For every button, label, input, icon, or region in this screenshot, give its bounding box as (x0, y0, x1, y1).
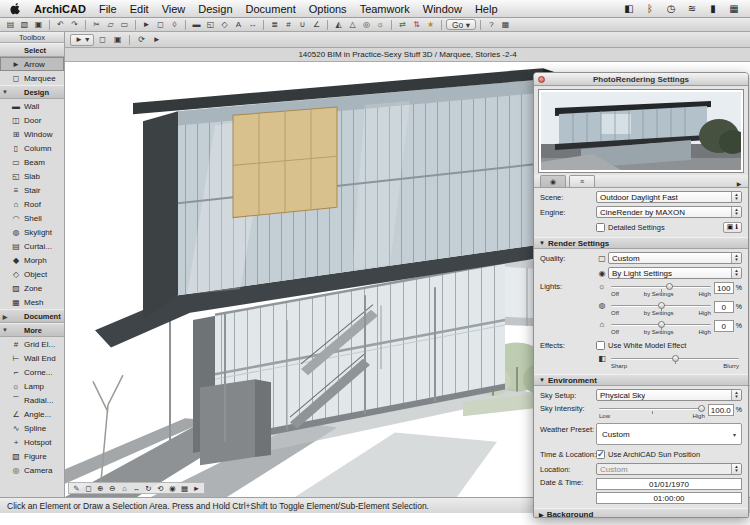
redo-icon[interactable]: ↷ (68, 19, 81, 31)
go-button[interactable]: Go ▾ (446, 19, 476, 30)
menu-item[interactable]: File (99, 3, 117, 15)
arrow-tool-icon[interactable]: ► (140, 19, 153, 31)
separator[interactable] (263, 20, 264, 30)
location-popup[interactable]: Custom (596, 463, 742, 475)
separator[interactable] (327, 20, 328, 30)
tool-lamp[interactable]: ☼ Lamp (0, 379, 64, 393)
wall-tool-icon[interactable]: ▬ (190, 19, 203, 31)
grid-snap-icon[interactable]: # (282, 19, 295, 31)
3d-view-icon[interactable]: ◭ (332, 19, 345, 31)
new-project-icon[interactable]: ▤ (4, 19, 17, 31)
engine-popup[interactable]: CineRender by MAXON (596, 206, 742, 218)
separator[interactable] (391, 20, 392, 30)
time-field[interactable]: 01:00:00 (596, 492, 742, 504)
tool-hotspot[interactable]: + Hotspot (0, 435, 64, 449)
explore-icon[interactable]: ⟲ (155, 484, 166, 493)
menu-item[interactable]: Document (246, 3, 296, 15)
separator[interactable] (135, 20, 136, 30)
light-intensity-slider[interactable] (611, 320, 711, 329)
bluetooth-menu-icon[interactable]: ᛒ (644, 3, 656, 14)
sky-intensity-field[interactable]: 100.0 (708, 404, 734, 416)
tab-overflow-button[interactable]: ▶ (733, 180, 745, 187)
layout-grid-icon[interactable]: ▦ (179, 484, 190, 493)
marquee-tool-icon[interactable]: ◻ (154, 19, 167, 31)
tool-object[interactable]: ◇ Object (0, 267, 64, 281)
slider-thumb[interactable] (658, 302, 665, 309)
zoom-in-icon[interactable]: ⊕ (95, 484, 106, 493)
undo-icon[interactable]: ↶ (54, 19, 67, 31)
menu-item[interactable]: Help (475, 3, 498, 15)
slider-thumb[interactable] (672, 355, 679, 362)
menu-item[interactable]: Teamwork (360, 3, 410, 15)
menu-item[interactable]: Options (309, 3, 347, 15)
tool-window[interactable]: ⊞ Window (0, 127, 64, 141)
menu-item[interactable]: Window (423, 3, 462, 15)
favorites-icon[interactable]: ★ (424, 19, 437, 31)
tool-wall-end[interactable]: ⊢ Wall End (0, 351, 64, 365)
tool-curtain-wall[interactable]: ▤ Curtai... (0, 239, 64, 253)
tool-roof[interactable]: ⌂ Roof (0, 197, 64, 211)
separator[interactable] (185, 20, 186, 30)
slider-thumb[interactable] (658, 321, 665, 328)
separator[interactable] (480, 20, 481, 30)
zoom-box-icon[interactable]: ◻ (83, 484, 94, 493)
paste-icon[interactable]: ▭ (118, 19, 131, 31)
tool-column[interactable]: ▯ Column (0, 141, 64, 155)
marquee-thick-icon[interactable]: ▣ (111, 34, 124, 46)
gravity-icon[interactable]: ∪ (296, 19, 309, 31)
light-value-field[interactable]: 100 (714, 282, 734, 294)
tool-slab[interactable]: ◱ Slab (0, 169, 64, 183)
fit-in-window-icon[interactable]: ⌂ (119, 484, 130, 493)
quality-popup[interactable]: Custom (608, 252, 742, 264)
time-machine-menu-icon[interactable]: ◷ (665, 3, 677, 14)
slider-thumb[interactable] (666, 283, 673, 290)
toolbox-group-design[interactable]: ▼ Design (0, 85, 64, 99)
tool-wall[interactable]: ▬ Wall (0, 99, 64, 113)
tool-marquee[interactable]: ◻ Marquee (0, 71, 64, 85)
look-to-icon[interactable]: ◉ (167, 484, 178, 493)
layers-icon[interactable]: ≣ (268, 19, 281, 31)
photorendering-preview-tab[interactable]: ◉ (540, 175, 566, 187)
open-project-icon[interactable]: ▧ (18, 19, 31, 31)
render-settings-section-header[interactable]: ▼ Render Settings (534, 237, 748, 249)
toolbox-section-select[interactable]: Select (0, 43, 64, 57)
tool-spline[interactable]: ∿ Spline (0, 421, 64, 435)
text-tool-icon[interactable]: A (232, 19, 245, 31)
photorendering-settings-tab[interactable]: ≡ (569, 175, 595, 187)
tool-beam[interactable]: ▭ Beam (0, 155, 64, 169)
teamwork-receive-icon[interactable]: ⇅ (410, 19, 423, 31)
section-icon[interactable]: △ (346, 19, 359, 31)
sun-position-checkbox[interactable] (596, 450, 605, 459)
environment-section-header[interactable]: ▼ Environment (534, 374, 748, 386)
light-value-field[interactable]: 0 (714, 320, 734, 332)
orbit-icon[interactable]: ↻ (143, 484, 154, 493)
separator[interactable] (49, 20, 50, 30)
tool-door[interactable]: ◫ Door (0, 113, 64, 127)
menu-item[interactable]: Design (198, 3, 232, 15)
tool-angle-dimension[interactable]: ∠ Angle... (0, 407, 64, 421)
light-mode-popup[interactable]: By Light Settings (608, 267, 742, 279)
light-intensity-slider[interactable] (611, 282, 711, 291)
menu-archicad[interactable]: ArchiCAD (34, 3, 86, 15)
shadow-sharpness-slider[interactable] (611, 354, 739, 363)
toolbox-group-document[interactable]: ▶ Document (0, 309, 64, 323)
save-icon[interactable]: ▣ (32, 19, 45, 31)
organizer-icon[interactable]: ▦ (499, 19, 512, 31)
weather-preset-popup[interactable]: Custom ▾ (596, 423, 742, 445)
zoom-out-icon[interactable]: ⊖ (107, 484, 118, 493)
pick-up-parameters-icon[interactable]: ◊ (168, 19, 181, 31)
toolbox-group-more[interactable]: ▼ More (0, 323, 64, 337)
white-model-checkbox[interactable] (596, 341, 605, 350)
arrow-cursor-icon[interactable]: ► (150, 34, 163, 46)
tool-camera[interactable]: ◎ Camera (0, 463, 64, 477)
tool-corner-window[interactable]: ⌐ Corne... (0, 365, 64, 379)
toolbox-title[interactable]: Toolbox (0, 32, 64, 43)
render-icon[interactable]: ☼ (374, 19, 387, 31)
menu-item[interactable]: Edit (130, 3, 149, 15)
slab-tool-icon[interactable]: ◱ (204, 19, 217, 31)
dimension-tool-icon[interactable]: ↔ (246, 19, 259, 31)
apple-menu[interactable] (10, 2, 21, 15)
object-tool-icon[interactable]: ◇ (218, 19, 231, 31)
guide-lines-icon[interactable]: ∠ (310, 19, 323, 31)
engine-extras-button[interactable]: ▣ ℹ (723, 222, 742, 233)
